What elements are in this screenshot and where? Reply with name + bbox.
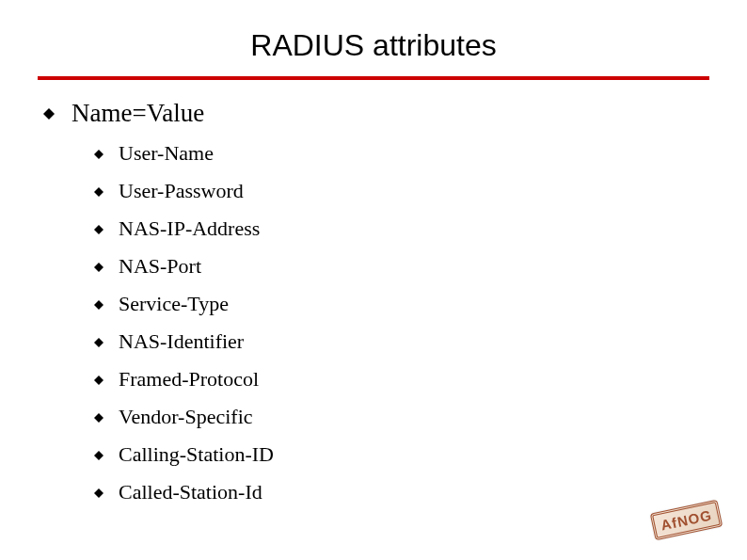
svg-marker-1: [94, 150, 103, 159]
svg-marker-4: [94, 263, 103, 272]
slide-title: RADIUS attributes: [38, 28, 709, 63]
list-item-label: Framed-Protocol: [119, 367, 259, 392]
diamond-bullet-icon: [94, 338, 103, 347]
list-item: NAS-Port: [94, 254, 709, 279]
slide: RADIUS attributes Name=Value User-Name U…: [0, 0, 747, 560]
svg-marker-0: [43, 108, 55, 120]
svg-marker-7: [94, 376, 103, 385]
diamond-bullet-icon: [94, 263, 103, 272]
afnog-logo: AfNOG: [650, 500, 723, 541]
list-item: NAS-Identifier: [94, 329, 709, 354]
list-item-label: User-Name: [119, 141, 214, 166]
svg-marker-5: [94, 300, 103, 310]
svg-marker-3: [94, 225, 103, 234]
svg-marker-8: [94, 413, 103, 423]
list-item: User-Password: [94, 179, 709, 203]
list-item-label: NAS-Identifier: [119, 329, 244, 354]
list-item: NAS-IP-Address: [94, 216, 709, 241]
svg-marker-9: [94, 451, 103, 460]
list-item: Called-Station-Id: [94, 480, 709, 504]
diamond-bullet-icon: [94, 225, 103, 234]
diamond-bullet-icon: [94, 488, 103, 498]
list-item-label: NAS-IP-Address: [119, 216, 260, 241]
attributes-list: User-Name User-Password NAS-IP-Address N…: [94, 141, 709, 504]
diamond-bullet-icon: [94, 187, 103, 197]
diamond-bullet-icon: [43, 108, 55, 120]
diamond-bullet-icon: [94, 451, 103, 460]
list-item-label: NAS-Port: [119, 254, 201, 279]
list-item-label: Called-Station-Id: [119, 480, 262, 504]
list-item-label: User-Password: [119, 179, 244, 203]
heading-row: Name=Value: [43, 99, 709, 128]
list-item: User-Name: [94, 141, 709, 166]
list-item-label: Service-Type: [119, 292, 229, 316]
list-item: Framed-Protocol: [94, 367, 709, 392]
diamond-bullet-icon: [94, 300, 103, 310]
list-item: Service-Type: [94, 292, 709, 316]
list-item-label: Calling-Station-ID: [119, 442, 274, 467]
list-item: Vendor-Specific: [94, 405, 709, 429]
svg-marker-10: [94, 488, 103, 498]
list-item: Calling-Station-ID: [94, 442, 709, 467]
list-item-label: Vendor-Specific: [119, 405, 253, 429]
svg-marker-2: [94, 187, 103, 197]
diamond-bullet-icon: [94, 413, 103, 423]
afnog-logo-text: AfNOG: [650, 500, 723, 541]
title-rule: [38, 76, 709, 80]
svg-marker-6: [94, 338, 103, 347]
diamond-bullet-icon: [94, 376, 103, 385]
heading-text: Name=Value: [72, 99, 204, 128]
diamond-bullet-icon: [94, 150, 103, 159]
